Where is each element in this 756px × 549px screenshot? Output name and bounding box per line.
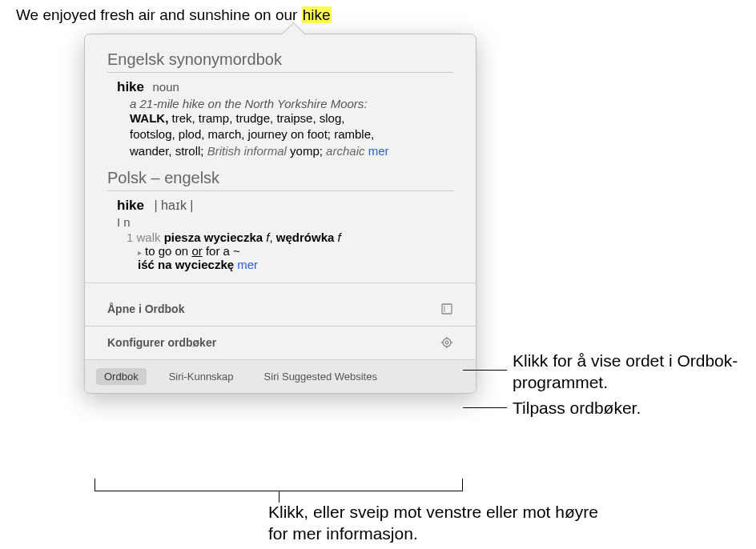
sentence-pre: We enjoyed fresh air and sunshine on our [16,6,302,23]
bilingual-section-title: Polsk – engelsk [107,169,453,187]
gear-icon [440,336,453,350]
pronunciation: | haɪk | [154,198,193,212]
tab-siri-knowledge[interactable]: Siri-Kunnskap [161,368,242,385]
part-of-speech: noun [152,80,179,94]
callout-line-configure [463,407,507,408]
svg-point-1 [443,339,451,347]
more-link[interactable]: mer [364,144,388,158]
thesaurus-headword: hike [117,79,144,94]
idiom-translation: iść na wycieczkę mer [138,258,453,271]
lookup-content: Engelsk synonymordbok hike noun a 21-mil… [85,34,476,293]
idiom-line: ▸to go on or for a ~ [138,244,453,258]
definition-line: 1 walk piesza wycieczka f, wędrówka f [127,230,453,244]
book-icon [440,303,453,316]
callout-line-open [463,370,507,371]
thesaurus-example: a 21-mile hike on the North Yorkshire Mo… [130,97,453,110]
svg-point-2 [445,341,448,344]
open-in-dictionary-label: Åpne i Ordbok [107,303,184,315]
sense-roman: I n [117,215,453,229]
tab-dictionary[interactable]: Ordbok [96,368,147,385]
tab-siri-websites[interactable]: Siri Suggested Websites [256,368,385,385]
open-in-dictionary-row[interactable]: Åpne i Ordbok [85,293,476,327]
lookup-popover: Engelsk synonymordbok hike noun a 21-mil… [84,34,477,394]
tabs-bracket [94,479,463,491]
callout-configure: Tilpass ordbøker. [513,397,641,419]
more-link-2[interactable]: mer [234,258,258,271]
configure-dictionaries-label: Konfigurer ordbøker [107,336,216,349]
configure-dictionaries-row[interactable]: Konfigurer ordbøker [85,327,476,359]
highlighted-word[interactable]: hike [302,6,332,23]
thesaurus-synonyms: WALK, trek, tramp, trudge, traipse, slog… [130,110,453,159]
thesaurus-section-title: Engelsk synonymordbok [107,50,453,69]
callout-tabs: Klikk, eller sveip mot venstre eller mot… [268,501,613,545]
svg-rect-0 [442,304,452,314]
context-sentence: We enjoyed fresh air and sunshine on our… [16,6,332,24]
tabs-bar: Ordbok Siri-Kunnskap Siri Suggested Webs… [85,359,476,393]
bilingual-headword: hike [117,198,144,213]
callout-open-in-dictionary: Klikk for å vise ordet i Ordbok-programm… [513,350,753,394]
